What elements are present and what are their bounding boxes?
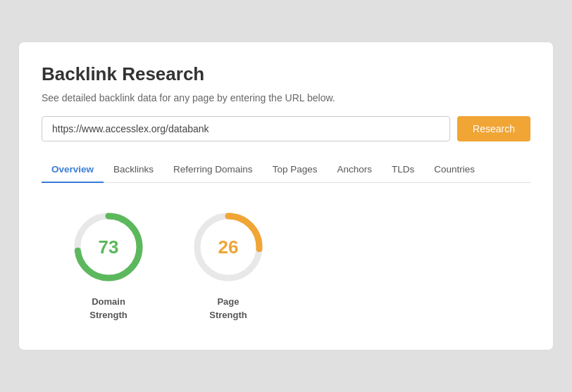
tab-referring-domains[interactable]: Referring Domains	[163, 157, 263, 183]
page-strength-value: 26	[218, 236, 239, 258]
tab-top-pages[interactable]: Top Pages	[263, 157, 328, 183]
domain-strength-circle: 73	[70, 208, 147, 286]
metrics-row: 73 DomainStrength 26 PageStrength	[42, 208, 530, 321]
page-strength-circle: 26	[189, 208, 267, 286]
tab-anchors[interactable]: Anchors	[327, 157, 382, 183]
tabs-nav: Overview Backlinks Referring Domains Top…	[42, 157, 530, 183]
page-title: Backlink Research	[42, 63, 530, 85]
research-button[interactable]: Research	[457, 116, 530, 141]
domain-strength-label: DomainStrength	[89, 296, 127, 321]
page-subtitle: See detailed backlink data for any page …	[42, 92, 530, 103]
domain-strength-value: 73	[99, 236, 119, 258]
search-row: Research	[42, 116, 530, 141]
page-strength-metric: 26 PageStrength	[189, 208, 267, 321]
domain-strength-metric: 73 DomainStrength	[70, 208, 147, 321]
tab-backlinks[interactable]: Backlinks	[104, 157, 163, 183]
tab-tlds[interactable]: TLDs	[382, 157, 424, 183]
url-input[interactable]	[42, 116, 450, 141]
tab-countries[interactable]: Countries	[424, 157, 485, 183]
page-strength-label: PageStrength	[209, 296, 247, 321]
tab-overview[interactable]: Overview	[42, 157, 104, 183]
main-card: Backlink Research See detailed backlink …	[18, 42, 554, 350]
